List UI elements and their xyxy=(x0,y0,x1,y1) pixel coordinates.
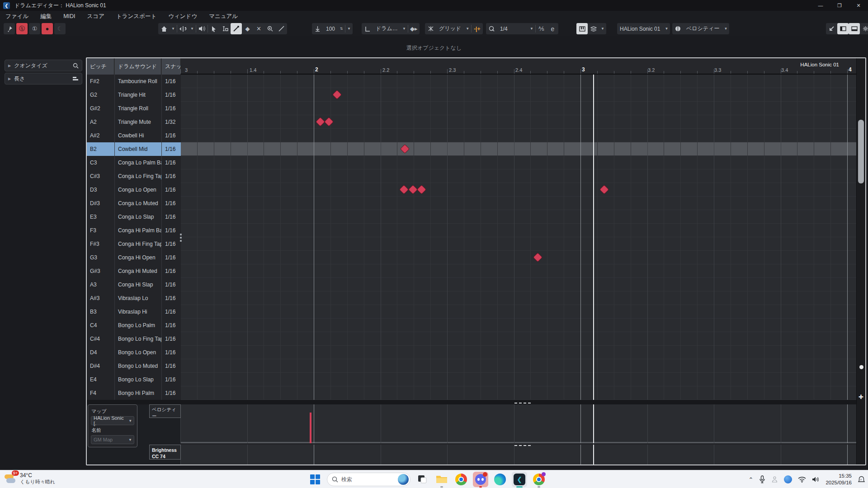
grid-row[interactable] xyxy=(181,210,856,224)
drum-row-D#4[interactable]: D#4Bongo Lo Muted1/16 xyxy=(87,359,181,373)
grid-row[interactable] xyxy=(181,129,856,142)
cell[interactable]: 1/16 xyxy=(161,102,181,115)
chevron-down-icon[interactable]: ▼ xyxy=(599,23,606,34)
cell[interactable]: 1/16 xyxy=(161,129,181,142)
cell[interactable]: F#2 xyxy=(87,75,114,88)
step-input-button[interactable]: ① xyxy=(29,23,40,34)
cell[interactable]: Bongo Lo Muted xyxy=(114,359,161,373)
grid-row[interactable] xyxy=(181,75,856,88)
minimize-button[interactable]: — xyxy=(811,0,830,11)
cell[interactable]: Vibraslap Hi xyxy=(114,305,161,319)
cell[interactable]: A#3 xyxy=(87,291,114,305)
drum-row-D3[interactable]: D3Conga Lo Open1/16 xyxy=(87,183,181,197)
chevron-down-icon[interactable]: ▼ xyxy=(663,23,670,34)
chevron-down-icon[interactable]: ▼ xyxy=(722,23,729,34)
cell[interactable]: 1/16 xyxy=(161,197,181,210)
chevron-down-icon[interactable]: ▼ xyxy=(345,23,353,34)
drum-row-B3[interactable]: B3Vibraslap Hi1/16 xyxy=(87,305,181,319)
cell[interactable]: 1/16 xyxy=(161,373,181,386)
drum-row-G2[interactable]: G2Triangle Hit1/16 xyxy=(87,88,181,102)
search-box[interactable]: 検索 xyxy=(327,473,410,486)
cell[interactable]: Conga Lo Palm Bass xyxy=(114,156,161,169)
cell[interactable]: C4 xyxy=(87,319,114,332)
cell[interactable]: F4 xyxy=(87,386,114,400)
cell[interactable]: Bongo Lo Open xyxy=(114,346,161,359)
cell[interactable]: Cowbell Mid xyxy=(114,142,161,156)
chrome-button[interactable] xyxy=(453,472,469,487)
wifi-icon[interactable] xyxy=(798,476,806,483)
iterative-quantize-icon[interactable]: ⅍ xyxy=(536,23,547,34)
pin-icon[interactable] xyxy=(4,23,15,34)
menu-item-6[interactable]: マニュアル xyxy=(209,13,238,20)
grid-row[interactable] xyxy=(181,264,856,278)
setup-gear-icon[interactable] xyxy=(860,23,868,34)
snap-type-icon[interactable] xyxy=(425,23,436,34)
cubase-button-active[interactable]: ❮ xyxy=(512,472,527,487)
cell[interactable]: A2 xyxy=(87,115,114,129)
drum-row-C#3[interactable]: C#3Conga Lo Fing Tap1/16 xyxy=(87,169,181,183)
cell[interactable]: G#2 xyxy=(87,102,114,115)
menu-item-4[interactable]: トランスポート xyxy=(116,13,156,20)
cell[interactable]: Conga Lo Muted xyxy=(114,197,161,210)
cell[interactable]: 1/16 xyxy=(161,224,181,237)
cell[interactable]: 1/32 xyxy=(161,115,181,129)
playback-cursor[interactable] xyxy=(593,445,594,465)
cell[interactable]: D#3 xyxy=(87,197,114,210)
instrument-select[interactable]: HALion Sonic 01 xyxy=(617,26,663,32)
cell[interactable]: 1/16 xyxy=(161,359,181,373)
column-header-pitch[interactable]: ピッチ xyxy=(87,58,114,75)
discord-button[interactable] xyxy=(473,472,488,487)
lower-zone-toggle[interactable] xyxy=(849,23,860,34)
controller-select[interactable]: ベロシティー xyxy=(684,25,722,33)
magnifier-icon[interactable] xyxy=(73,63,79,69)
name-select[interactable]: GM Map▼ xyxy=(91,435,134,444)
grid-row[interactable] xyxy=(181,319,856,332)
cell[interactable]: 1/16 xyxy=(161,169,181,183)
cell[interactable]: Conga Hi Open xyxy=(114,251,161,264)
cell[interactable]: 1/16 xyxy=(161,75,181,88)
velocity-lane[interactable] xyxy=(181,404,856,443)
drum-row-C#4[interactable]: C#4Bongo Lo Fing Tap1/16 xyxy=(87,332,181,346)
note-grid[interactable] xyxy=(181,75,856,400)
cell[interactable]: Vibraslap Lo xyxy=(114,291,161,305)
length-icon[interactable] xyxy=(362,23,373,34)
eraser-tool[interactable]: ◆ xyxy=(242,23,253,34)
chevron-down-icon[interactable]: ▼ xyxy=(528,23,535,34)
divider-handle[interactable] xyxy=(179,234,182,245)
speaker-icon[interactable] xyxy=(812,476,820,483)
grid-row[interactable] xyxy=(181,386,856,400)
cell[interactable]: 1/16 xyxy=(161,291,181,305)
chevron-down-icon[interactable]: ▼ xyxy=(189,23,196,34)
timeline-ruler[interactable]: HALion Sonic 01 31.422.22.32.433.23.33.4… xyxy=(181,58,856,75)
insert-velocity-icon[interactable] xyxy=(312,23,323,34)
acoustic-feedback-icon[interactable] xyxy=(196,23,208,34)
cell[interactable]: A3 xyxy=(87,278,114,291)
cell[interactable]: B3 xyxy=(87,305,114,319)
grid-row[interactable] xyxy=(181,88,856,102)
moon-icon[interactable]: ☾ xyxy=(54,23,66,34)
grid-row[interactable] xyxy=(181,169,856,183)
length-section[interactable]: ▶ 長さ xyxy=(5,73,82,84)
cell[interactable]: Tambourine Roll xyxy=(114,75,161,88)
drum-row-F3[interactable]: F3Conga Hi Palm Bass1/16 xyxy=(87,224,181,237)
tray-chevron-up-icon[interactable]: ⌃ xyxy=(749,476,754,483)
cell[interactable]: E3 xyxy=(87,210,114,224)
cell[interactable]: 1/16 xyxy=(161,210,181,224)
grid-mode-value[interactable]: グリッド xyxy=(436,25,464,33)
cell[interactable]: D3 xyxy=(87,183,114,197)
grid-row[interactable] xyxy=(181,115,856,129)
file-explorer-button[interactable] xyxy=(434,472,449,487)
start-button[interactable] xyxy=(307,472,323,487)
grid-row[interactable] xyxy=(181,332,856,346)
stepper-icon[interactable]: ⇅ xyxy=(338,23,345,34)
cell[interactable]: C3 xyxy=(87,156,114,169)
chevron-down-icon[interactable]: ▼ xyxy=(401,23,408,34)
chevron-down-icon[interactable]: ▼ xyxy=(170,23,177,34)
restore-button[interactable]: ❐ xyxy=(830,0,849,11)
autoscroll-home-icon[interactable] xyxy=(158,23,170,34)
menu-item-2[interactable]: MIDI xyxy=(63,13,75,19)
grid-row[interactable] xyxy=(181,346,856,359)
grid-row[interactable] xyxy=(181,237,856,251)
scrollbar-thumb[interactable] xyxy=(858,120,864,183)
playback-cursor[interactable] xyxy=(593,75,594,400)
